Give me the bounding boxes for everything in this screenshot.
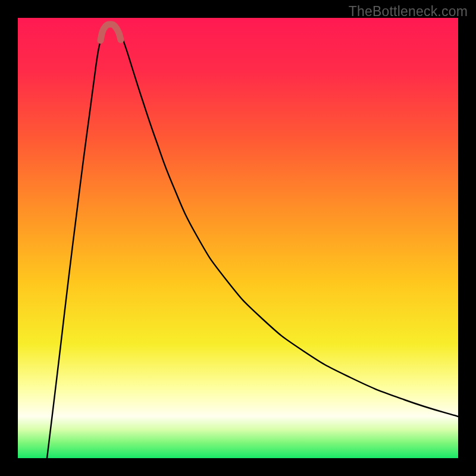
curve-left-branch <box>47 30 104 458</box>
curve-bottom-arc <box>101 24 121 40</box>
chart-frame: TheBottleneck.com <box>0 0 476 476</box>
curve-layer <box>18 18 458 458</box>
curve-right-branch <box>118 30 458 416</box>
plot-area <box>18 18 458 458</box>
watermark-text: TheBottleneck.com <box>349 4 468 20</box>
